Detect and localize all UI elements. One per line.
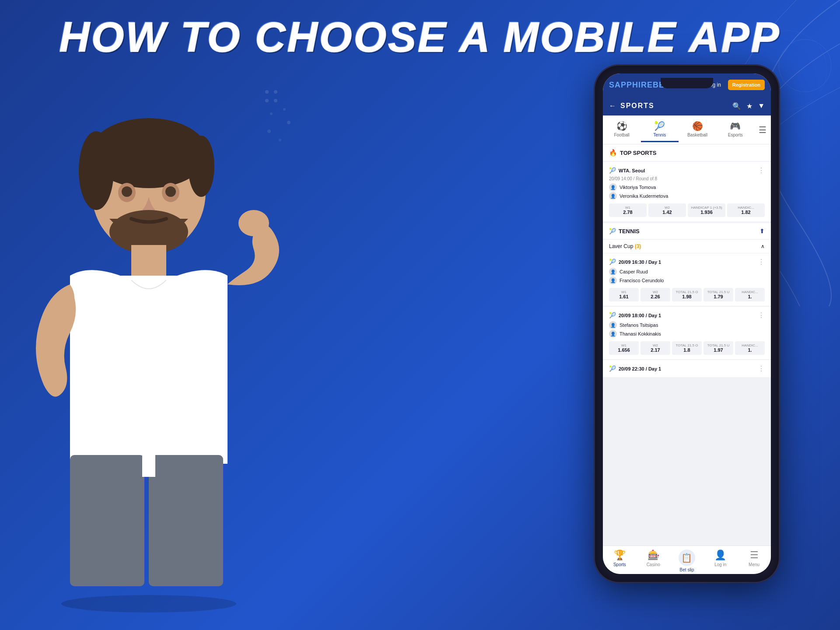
phone-notch [661, 78, 713, 88]
search-icon[interactable]: 🔍 [732, 102, 741, 110]
odd-w1[interactable]: W1 2.78 [609, 203, 647, 217]
match1-player1-avatar: 👤 [609, 268, 617, 276]
phone-mockup: SAPPHIREBET Log in Registration ← SPORTS… [595, 66, 779, 582]
match-time-1: 🎾 20/09 16:30 / Day 1 [609, 259, 661, 265]
wta-icon: 🎾 [609, 167, 616, 174]
svg-point-14 [188, 136, 214, 197]
match-card-laverCup2: 🎾 20/09 18:00 / Day 1 ⋮ 👤 Stefanos Tsits… [603, 307, 771, 359]
laver-cup-label: Laver Cup (3) [609, 243, 641, 249]
match-league-row-1: 🎾 20/09 16:30 / Day 1 ⋮ [609, 258, 765, 266]
svg-rect-20 [131, 245, 166, 280]
match2-odd-handicap[interactable]: HANDIC... 1. [735, 341, 765, 355]
match1-odd-total-o[interactable]: TOTAL 21.5 O 1.98 [672, 288, 702, 301]
player2-row: 👤 Veronika Kudermetova [609, 192, 765, 200]
page-title: HOW TO CHOOSE A MOBILE APP [60, 13, 781, 61]
more-tabs-button[interactable]: ☰ [754, 121, 771, 139]
match2-odd-total-u[interactable]: TOTAL 21.5 U 1.97 [704, 341, 733, 355]
register-button[interactable]: Registration [728, 80, 765, 90]
match2-player2-row: 👤 Thanasi Kokkinakis [609, 330, 765, 338]
match1-options-button[interactable]: ⋮ [758, 258, 765, 266]
player1-row: 👤 Viktoriya Tomova [609, 183, 765, 191]
sports-nav-icon: 🏆 [614, 550, 626, 561]
bottom-nav-login-label: Log in [714, 562, 726, 567]
match2-odd-w2[interactable]: W2 2.17 [640, 341, 670, 355]
bottom-nav-casino[interactable]: 🎰 Casino [637, 549, 670, 573]
tennis-ball-icon-1: 🎾 [609, 259, 616, 265]
match-league-row-3: 🎾 20/09 22:30 / Day 1 ⋮ [609, 364, 765, 373]
odd-handicap1-label: HANDICAP 1 (+3.5) [689, 206, 724, 210]
match2-options-button[interactable]: ⋮ [758, 311, 765, 319]
match1-odd-w2[interactable]: W2 2.26 [640, 288, 670, 301]
match-card-wta: 🎾 WTA. Seoul ⋮ 20/09 14:00 / Round of 8 … [603, 162, 771, 221]
match1-odd-handicap[interactable]: HANDIC... 1. [735, 288, 765, 301]
filter-icon[interactable]: ▼ [758, 102, 765, 110]
match1-odd-w1[interactable]: W1 1.61 [609, 288, 639, 301]
match2-odd-total-o[interactable]: TOTAL 21.5 O 1.8 [672, 341, 702, 355]
sports-nav-bar: ← SPORTS 🔍 ★ ▼ [603, 96, 771, 116]
match1-player1-name: Casper Ruud [620, 269, 648, 274]
tennis-ball-icon-2: 🎾 [609, 312, 616, 318]
tab-esports[interactable]: 🎮 Esports [717, 117, 755, 142]
tennis-expand-button[interactable]: ⬆ [760, 228, 765, 234]
league-name: WTA. Seoul [619, 168, 645, 173]
odd-handicap1-value: 1.936 [689, 210, 724, 215]
tab-basketball[interactable]: 🏀 Basketball [679, 117, 717, 142]
match2-odd-w1[interactable]: W1 1.656 [609, 341, 639, 355]
bottom-nav-sports-label: Sports [613, 562, 626, 567]
match1-player1-row: 👤 Casper Ruud [609, 268, 765, 276]
top-sports-header: 🔥 TOP SPORTS [603, 144, 771, 161]
odd-w2-value: 1.42 [650, 210, 685, 215]
tab-football-label: Football [614, 133, 630, 137]
tab-football[interactable]: ⚽ Football [603, 117, 641, 142]
tab-tennis-label: Tennis [653, 133, 666, 137]
bottom-nav: 🏆 Sports 🎰 Casino 📋 Bet slip 👤 Log in ☰ [603, 546, 771, 574]
tennis-sport-icon: 🎾 [609, 228, 616, 234]
odd-w1-label: W1 [610, 206, 645, 210]
phone-screen: SAPPHIREBET Log in Registration ← SPORTS… [603, 74, 771, 574]
match2-player1-name: Stefanos Tsitsipas [620, 322, 658, 328]
bottom-nav-login[interactable]: 👤 Log in [704, 549, 737, 573]
tennis-ball-icon-3: 🎾 [609, 365, 616, 372]
svg-rect-24 [142, 455, 155, 477]
person-illustration [13, 70, 319, 621]
tennis-title-text: TENNIS [619, 228, 640, 234]
favorites-icon[interactable]: ★ [746, 102, 752, 110]
odd-handicap2-value: 1.82 [728, 210, 763, 215]
bottom-nav-menu-label: Menu [749, 562, 760, 567]
tab-tennis[interactable]: 🎾 Tennis [641, 117, 679, 142]
odd-w2[interactable]: W2 1.42 [648, 203, 686, 217]
match2-player2-name: Thanasi Kokkinakis [620, 331, 661, 336]
match-options-button[interactable]: ⋮ [758, 166, 765, 175]
match3-options-button[interactable]: ⋮ [758, 364, 765, 373]
match-league-row-2: 🎾 20/09 18:00 / Day 1 ⋮ [609, 311, 765, 319]
match-date: 20/09 14:00 / Round of 8 [609, 176, 765, 181]
sports-nav-title: SPORTS [620, 102, 728, 110]
match2-player1-avatar: 👤 [609, 321, 617, 329]
odd-handicap2-label: HANDIC... [728, 206, 763, 210]
bottom-nav-betslip[interactable]: 📋 Bet slip [670, 549, 704, 573]
odd-handicap1[interactable]: HANDICAP 1 (+3.5) 1.936 [688, 203, 725, 217]
back-button[interactable]: ← [609, 102, 616, 110]
sport-tabs: ⚽ Football 🎾 Tennis 🏀 Basketball 🎮 Espor… [603, 116, 771, 144]
match-time-3: 🎾 20/09 22:30 / Day 1 [609, 365, 661, 372]
match-date-1: 20/09 16:30 / Day 1 [619, 259, 661, 265]
match-card-laverCup3: 🎾 20/09 22:30 / Day 1 ⋮ [603, 360, 771, 377]
collapse-icon[interactable]: ∧ [761, 243, 765, 249]
logo-primary: SAPPHIRE [609, 80, 653, 89]
tennis-section-header: 🎾 TENNIS ⬆ [603, 223, 771, 239]
laver-cup-subsection[interactable]: Laver Cup (3) ∧ [603, 240, 771, 253]
match1-player2-name: Francisco Cerundolo [620, 278, 664, 283]
odd-handicap2[interactable]: HANDIC... 1.82 [727, 203, 765, 217]
match1-odds-row: W1 1.61 W2 2.26 TOTAL 21.5 O 1.98 TOTA [609, 288, 765, 301]
match-players: 👤 Viktoriya Tomova 👤 Veronika Kudermetov… [609, 183, 765, 200]
svg-point-0 [779, 39, 831, 92]
odd-w2-label: W2 [650, 206, 685, 210]
match1-player2-avatar: 👤 [609, 276, 617, 284]
bottom-nav-sports[interactable]: 🏆 Sports [603, 549, 637, 573]
match-date-3: 20/09 22:30 / Day 1 [619, 366, 661, 371]
svg-point-18 [165, 186, 176, 197]
match1-odd-total-u[interactable]: TOTAL 21.5 U 1.79 [704, 288, 733, 301]
bottom-nav-menu[interactable]: ☰ Menu [737, 549, 771, 573]
menu-nav-icon: ☰ [750, 550, 759, 561]
bet-slip-icon: 📋 [679, 550, 695, 566]
